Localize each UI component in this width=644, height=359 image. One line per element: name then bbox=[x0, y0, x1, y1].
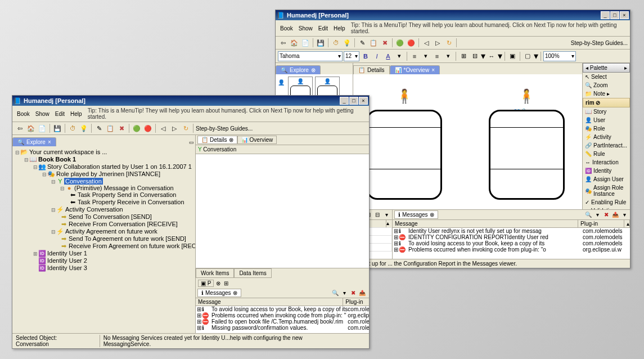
tab-explore[interactable]: 🔍 Explore × bbox=[12, 137, 56, 146]
layer-icon[interactable]: ▢ bbox=[523, 51, 533, 61]
filter-icon[interactable]: ⊟ bbox=[373, 212, 381, 218]
bold-button[interactable]: B bbox=[361, 51, 371, 61]
actor-box[interactable] bbox=[366, 110, 442, 200]
stop-icon[interactable]: 🔴 bbox=[406, 38, 416, 48]
x-button[interactable]: ⊗ bbox=[215, 280, 222, 286]
bulb-icon[interactable]: 💡 bbox=[79, 123, 89, 133]
minimize-pane-icon[interactable]: ▭ bbox=[188, 138, 195, 146]
tab-details[interactable]: 📋 Details ⊗ bbox=[197, 136, 237, 144]
align-left-icon[interactable]: ≡ bbox=[409, 51, 420, 61]
actor-box[interactable] bbox=[489, 110, 565, 200]
refresh-icon[interactable]: ↻ bbox=[181, 123, 191, 133]
font-family-combo[interactable]: Tahoma▾ bbox=[278, 51, 343, 61]
history-icon[interactable]: ⏱ bbox=[331, 38, 341, 48]
delete-icon[interactable]: ✖ bbox=[602, 212, 610, 218]
bulb-icon[interactable]: 💡 bbox=[342, 38, 352, 48]
home-icon[interactable]: 🏠 bbox=[26, 123, 36, 133]
minimize-button[interactable]: _ bbox=[340, 97, 349, 105]
prev-icon[interactable]: ◁ bbox=[158, 123, 168, 133]
italic-button[interactable]: I bbox=[372, 51, 382, 61]
tab-details[interactable]: 📋 Details bbox=[353, 65, 390, 74]
delete-icon[interactable]: ✖ bbox=[116, 123, 127, 133]
palette-story[interactable]: 📖 Story bbox=[583, 107, 630, 116]
dropdown-icon[interactable]: ▾ bbox=[443, 51, 453, 61]
palette-select[interactable]: ↖ Select bbox=[583, 73, 630, 81]
edit-icon[interactable]: ✎ bbox=[357, 38, 367, 48]
grid-icon[interactable]: ⊞ bbox=[223, 280, 229, 286]
menu-show[interactable]: Show bbox=[296, 25, 315, 32]
tab-messages[interactable]: ℹ Messages ⊗ bbox=[394, 210, 438, 219]
tab-explore[interactable]: 🔍 Explore ⊗ bbox=[276, 65, 321, 74]
explore-tree[interactable]: ⊟📂Your current workspace is ... ⊟📖Book B… bbox=[12, 146, 195, 333]
menu-edit[interactable]: Edit bbox=[53, 110, 67, 118]
zoom-combo[interactable]: 100%▾ bbox=[543, 51, 576, 61]
book-icon[interactable]: 📄 bbox=[300, 38, 310, 48]
menu-show[interactable]: Show bbox=[33, 110, 52, 118]
message-row[interactable]: ⊞⛔IDENTITY CONFIGURATION REPORTIdentity … bbox=[393, 234, 630, 240]
overview-canvas[interactable]: 🧍 Live? false 🧍 👥🔒 Live? false bbox=[353, 74, 582, 209]
palette-user[interactable]: 👤 User bbox=[583, 116, 630, 124]
tab-work-items[interactable]: Work Items bbox=[196, 268, 234, 278]
tab-overview[interactable]: 📊 *Overview × bbox=[390, 65, 440, 74]
palette-enabling-rule[interactable]: ✓ Enabling Rule bbox=[583, 198, 630, 207]
palette-rule[interactable]: 📏 Rule bbox=[583, 150, 630, 158]
refresh-icon[interactable]: ↻ bbox=[444, 38, 454, 48]
distribute-icon[interactable]: ⊟ bbox=[470, 51, 480, 61]
font-size-combo[interactable]: 12▾ bbox=[344, 51, 359, 61]
menu-book[interactable]: Book bbox=[15, 110, 32, 118]
book-icon[interactable]: 📄 bbox=[37, 123, 47, 133]
stop-icon[interactable]: 🔴 bbox=[143, 123, 153, 133]
close-button[interactable]: × bbox=[359, 97, 368, 105]
menu-book[interactable]: Book bbox=[278, 25, 295, 32]
palette-note[interactable]: 📁 Note ▸ bbox=[583, 89, 630, 98]
delete-icon[interactable]: ✖ bbox=[349, 290, 357, 296]
back-icon[interactable]: ⇦ bbox=[278, 38, 288, 48]
group-icon[interactable]: ▣ bbox=[507, 51, 517, 61]
titlebar[interactable]: 📘Humanedj [Personal] _ □ × bbox=[12, 96, 369, 106]
close-button[interactable]: × bbox=[620, 11, 629, 19]
delete-icon[interactable]: ✖ bbox=[380, 38, 390, 48]
message-row[interactable]: ⊞⛔Problems occurred when invoking code f… bbox=[196, 312, 369, 318]
guides-link[interactable]: Step-by-Step Guides... bbox=[196, 125, 253, 132]
palette-interaction[interactable]: ↔ Interaction bbox=[583, 158, 630, 167]
message-row[interactable]: ⊞⛔Failed to open book file /C.Temp.human… bbox=[196, 318, 369, 325]
chevron-right-icon[interactable]: ▸ bbox=[624, 65, 627, 71]
palette-assign-user[interactable]: 👤 Assign User bbox=[583, 175, 630, 183]
message-row[interactable]: ⊞ℹIdentity User redlynx is not yet fully… bbox=[393, 228, 630, 234]
palette-activity[interactable]: ⚡ Activity bbox=[583, 133, 630, 141]
menu-help[interactable]: Help bbox=[331, 25, 348, 32]
palette-assign-role[interactable]: 🎭 Assign Role Instance bbox=[583, 183, 630, 198]
save-icon[interactable]: 💾 bbox=[316, 38, 326, 48]
p-button[interactable]: ▣ P bbox=[198, 280, 214, 287]
message-row[interactable]: ⊞ℹTo avoid losing access to your Book, k… bbox=[196, 306, 369, 312]
edit-icon[interactable]: ✎ bbox=[94, 123, 104, 133]
start-icon[interactable]: 🟢 bbox=[132, 123, 142, 133]
prev-icon[interactable]: ◁ bbox=[421, 38, 431, 48]
message-row[interactable]: ⊞⛔Problems occurred when invoking code f… bbox=[393, 246, 630, 253]
palette-role[interactable]: 🎭 Role bbox=[583, 124, 630, 133]
tab-overview[interactable]: 📊 Overview bbox=[237, 136, 277, 144]
paste-icon[interactable]: 📋 bbox=[105, 123, 115, 133]
tab-messages[interactable]: ℹ Messages ⊗ bbox=[197, 289, 241, 297]
minimize-button[interactable]: _ bbox=[601, 11, 610, 19]
message-row[interactable]: ⊞ℹMissing password/confirmation values.c… bbox=[196, 325, 369, 331]
menu-edit[interactable]: Edit bbox=[316, 25, 330, 32]
palette-zoom[interactable]: 🔍 Zoom bbox=[583, 81, 630, 89]
font-color-button[interactable]: A bbox=[383, 51, 393, 61]
export-icon[interactable]: 📤 bbox=[358, 290, 366, 296]
dropdown-icon[interactable]: ▾ bbox=[394, 51, 404, 61]
tab-data-items[interactable]: Data Items bbox=[234, 268, 271, 278]
paste-icon[interactable]: 📋 bbox=[368, 38, 379, 48]
filter-icon[interactable]: 🔍 bbox=[331, 290, 339, 296]
save-icon[interactable]: 💾 bbox=[52, 123, 62, 133]
palette-identity[interactable]: 🆔 Identity bbox=[583, 167, 630, 175]
grid-icon[interactable]: ⊞ bbox=[458, 51, 469, 61]
menu-help[interactable]: Help bbox=[68, 110, 84, 118]
start-icon[interactable]: 🟢 bbox=[395, 38, 405, 48]
maximize-button[interactable]: □ bbox=[349, 97, 358, 105]
palette-partinteract[interactable]: 🔗 PartInteract... bbox=[583, 141, 630, 150]
titlebar[interactable]: 📘Humanedj [Personal] _ □ × bbox=[276, 10, 630, 20]
home-icon[interactable]: 🏠 bbox=[289, 38, 299, 48]
next-icon[interactable]: ▷ bbox=[433, 38, 443, 48]
dropdown-icon[interactable]: ▾ bbox=[421, 51, 431, 61]
